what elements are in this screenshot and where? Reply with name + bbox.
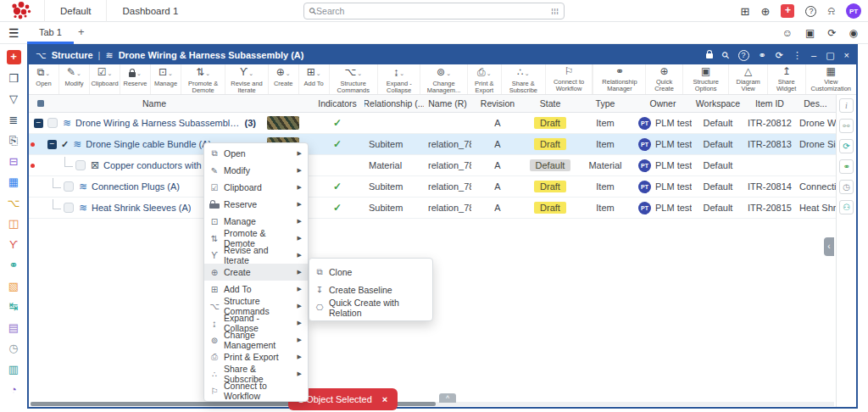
- toolbar-promote-demote[interactable]: ⇅⌄Promote & Demote: [181, 64, 225, 94]
- row-checkbox[interactable]: [47, 118, 58, 128]
- help-button[interactable]: ?: [805, 6, 816, 17]
- notifications-button[interactable]: ⍾: [827, 4, 835, 18]
- toolbar-structure-options[interactable]: ▣Structure Options: [682, 64, 729, 94]
- table-row[interactable]: −≋Drone Wiring & Harness Subassembly (A)…: [29, 113, 836, 134]
- quick-add-button[interactable]: +: [781, 4, 794, 18]
- window-close-icon[interactable]: ×: [844, 50, 849, 60]
- toolbar-share-subscribe[interactable]: ∴⌄Share & Subscribe: [502, 64, 545, 94]
- sidebar-item-kanban[interactable]: ◫: [3, 214, 24, 233]
- toolbar-create[interactable]: ⊕⌄Create: [269, 64, 299, 94]
- menu-item-create[interactable]: ⊕Create▶: [204, 264, 308, 281]
- sidebar-item-filter[interactable]: ▽: [3, 89, 24, 109]
- workspace-tab-dashboard[interactable]: Dashboard 1: [106, 0, 193, 22]
- window-minimize-icon[interactable]: –: [811, 50, 816, 60]
- sidebar-item-gauge[interactable]: ◔: [3, 380, 24, 399]
- toolbar-open[interactable]: ⧉⌄Open: [29, 64, 59, 94]
- submenu-item-create-baseline[interactable]: ↧Create Baseline: [309, 281, 432, 298]
- search-filter-icon[interactable]: ☷: [550, 8, 559, 15]
- menu-item-change-management[interactable]: ⊚Change Management▶: [204, 331, 308, 348]
- toolbar-print-export[interactable]: ⎙⌄Print & Export: [468, 64, 502, 94]
- sidebar-item-list[interactable]: ≣: [3, 110, 24, 130]
- menu-item-clipboard[interactable]: ☑Clipboard▶: [204, 179, 308, 196]
- hamburger-menu-icon[interactable]: ☰: [8, 26, 19, 40]
- menu-item-manage[interactable]: ⊡Manage▶: [204, 213, 308, 230]
- column-header-state[interactable]: State: [524, 95, 576, 112]
- column-header-name-r-[interactable]: Name (R): [424, 95, 471, 112]
- column-header-item-id[interactable]: Item ID: [744, 95, 795, 112]
- toolbar-reserve[interactable]: ⌄Reserve: [120, 64, 151, 94]
- panel-team-button[interactable]: ⚇: [839, 200, 854, 214]
- sidebar-item-table[interactable]: ▦: [3, 172, 24, 192]
- column-header-relationship-[interactable]: Relationship (...: [364, 95, 424, 112]
- toolbar-clipboard[interactable]: ☑⌄Clipboard: [90, 64, 120, 94]
- apps-button[interactable]: ⊞: [741, 5, 750, 18]
- column-header-type[interactable]: Type: [576, 95, 634, 112]
- sidebar-item-workflow-map[interactable]: ⚭: [3, 255, 24, 275]
- toolbar-share-widget[interactable]: ↥Share Widget: [767, 64, 805, 94]
- sidebar-item-converge[interactable]: ↹: [3, 297, 24, 316]
- toolbar-add-to[interactable]: ⊞⌄Add To: [299, 64, 330, 94]
- global-search[interactable]: ⚲ ☷: [303, 3, 565, 19]
- toolbar-diagram-view[interactable]: △Diagram View: [728, 64, 766, 94]
- column-header-owner[interactable]: Owner: [634, 95, 692, 112]
- toolbar-view-customization[interactable]: ▦View Customization: [805, 64, 856, 94]
- panel-link-button[interactable]: ⚭: [839, 159, 854, 174]
- assistant-button[interactable]: ☺: [782, 27, 793, 39]
- menu-item-promote-demote[interactable]: ⇅Promote & Demote▶: [204, 230, 308, 247]
- toolbar-structure-commands[interactable]: ⌥⌄Structure Commands: [330, 64, 378, 94]
- menu-item-modify[interactable]: ✎Modify▶: [204, 162, 308, 179]
- column-header-workspace[interactable]: Workspace: [692, 95, 744, 112]
- submenu-item-quick-create-with-relation[interactable]: ⎔Quick Create with Relation: [309, 298, 432, 316]
- sidebar-item-image[interactable]: ▧: [3, 276, 24, 296]
- sidebar-item-clipboard-doc[interactable]: ⎘: [3, 131, 24, 150]
- sidebar-item-org-chart[interactable]: ⌥: [3, 193, 24, 213]
- sidebar-item-add-new[interactable]: +: [3, 47, 24, 67]
- toolbar-change-managem-[interactable]: ⊚⌄Change Managem...: [420, 64, 467, 94]
- window-link-icon[interactable]: ⚭: [759, 50, 766, 61]
- briefcase-button[interactable]: ▣: [805, 27, 815, 39]
- menu-item-reserve[interactable]: Reserve▶: [204, 196, 308, 213]
- menu-item-add-to[interactable]: ⊞Add To▶: [204, 281, 308, 298]
- select-all-checkbox[interactable]: [37, 100, 44, 107]
- toolbar-relationship-manager[interactable]: ⚭Relationship Manager: [593, 64, 645, 94]
- submenu-item-clone[interactable]: ⧉Clone: [309, 263, 432, 281]
- table-row[interactable]: ≋Heat Shrink Sleeves (A)✓Subitemrelation…: [29, 198, 836, 219]
- menu-item-open[interactable]: ⧉Open▶: [204, 145, 308, 162]
- sidebar-item-folder[interactable]: ❒: [3, 69, 24, 88]
- window-help-icon[interactable]: ?: [738, 49, 749, 61]
- toolbar-revise-and-iterate[interactable]: ϒ⌄Revise and Iterate: [225, 64, 268, 94]
- column-header-revision[interactable]: Revision: [471, 95, 524, 112]
- panel-sync-button[interactable]: ⟳: [839, 139, 854, 153]
- menu-item-share-subscribe[interactable]: ∴Share & Subscribe▶: [204, 365, 308, 382]
- menu-item-structure-commands[interactable]: ⌥Structure Commands▶: [204, 298, 308, 315]
- row-checkbox[interactable]: [64, 203, 74, 213]
- menu-item-expand-collapse[interactable]: ↨Expand - Collapse▶: [204, 315, 308, 331]
- column-header-indicators[interactable]: Indicators: [310, 95, 364, 112]
- add-tab-button[interactable]: +: [78, 25, 85, 38]
- window-lock-icon[interactable]: [706, 50, 713, 60]
- table-row[interactable]: ⊠Copper conductors with PVC insMaterialr…: [29, 155, 836, 176]
- avatar[interactable]: PT: [846, 3, 861, 19]
- window-titlebar[interactable]: ⌥ Structure | ≋ Drone Wiring & Harness S…: [29, 46, 856, 64]
- column-header-des-[interactable]: Des...: [795, 95, 836, 112]
- window-refresh-icon[interactable]: ⟳: [776, 50, 783, 61]
- toast-close-icon[interactable]: ×: [382, 394, 387, 404]
- menu-item-revise-and-iterate[interactable]: ϒRevise and Iterate▶: [204, 247, 308, 264]
- tree-expander[interactable]: −: [47, 140, 57, 149]
- refresh-button[interactable]: ⟳: [827, 27, 836, 39]
- scroll-up-button[interactable]: ˄: [439, 393, 456, 403]
- column-header-name[interactable]: Name: [53, 95, 256, 112]
- window-search-icon[interactable]: ⚲: [722, 50, 729, 61]
- horizontal-scrollbar[interactable]: [31, 402, 834, 406]
- toolbar-manage[interactable]: ⊡⌄Manage: [151, 64, 181, 94]
- add-circle-button[interactable]: ⊕: [760, 5, 770, 18]
- panel-unlink-button[interactable]: ⚯: [839, 119, 854, 133]
- collapse-panel-handle[interactable]: ‹: [824, 237, 834, 256]
- sidebar-item-chart[interactable]: ▥: [3, 359, 24, 379]
- column-select-all[interactable]: [29, 95, 53, 112]
- window-maximize-icon[interactable]: ▢: [826, 50, 834, 61]
- panel-history-button[interactable]: ◷: [839, 180, 854, 194]
- sidebar-item-branch[interactable]: ϒ: [3, 235, 24, 254]
- toolbar-quick-create[interactable]: ⊕Quick Create: [645, 64, 682, 94]
- panel-info-button[interactable]: i: [839, 98, 854, 113]
